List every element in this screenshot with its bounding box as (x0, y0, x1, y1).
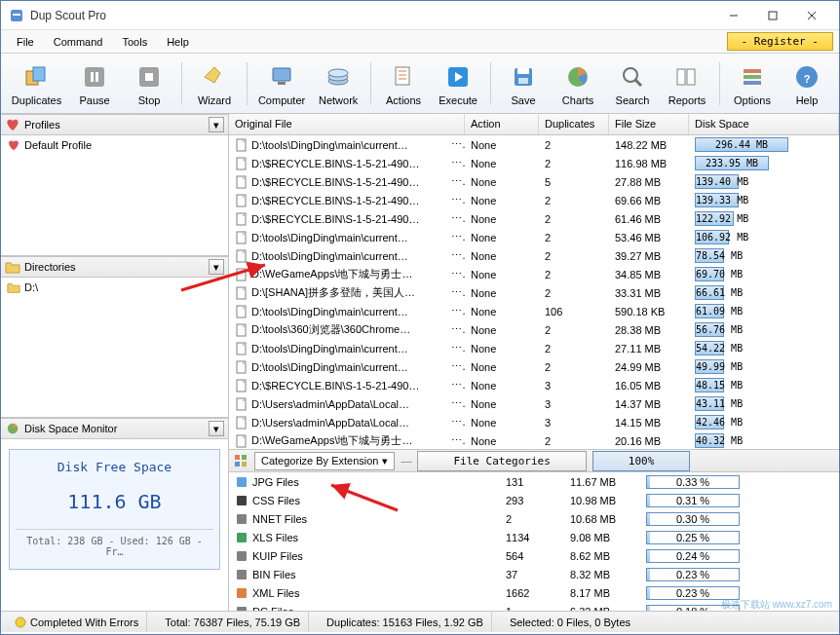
wizard-button[interactable]: Wizard (188, 56, 241, 111)
network-button[interactable]: Network (312, 56, 364, 111)
table-row[interactable]: D:\tools\DingDing\main\current…⋯None239.… (229, 246, 839, 265)
table-row[interactable]: D:\tools\DingDing\main\current…⋯None253.… (229, 228, 839, 246)
pause-button[interactable]: Pause (68, 56, 121, 111)
svg-point-13 (218, 67, 222, 71)
options-button[interactable]: Options (726, 56, 779, 111)
save-button[interactable]: Save (497, 56, 550, 111)
table-row[interactable]: D:\tools\360浏览器\360Chrome…⋯None228.38 MB… (229, 320, 839, 339)
maximize-button[interactable] (753, 1, 792, 30)
table-row[interactable]: D:\$RECYCLE.BIN\S-1-5-21-490…⋯None527.88… (229, 172, 839, 191)
category-row[interactable]: KUIP Files5648.62 MB0.24 % (229, 546, 839, 565)
filetype-icon (235, 586, 248, 600)
content-area: Profiles ▾ Default Profile Directories ▾… (1, 114, 839, 611)
table-row[interactable]: D:\$RECYCLE.BIN\S-1-5-21-490…⋯None261.46… (229, 209, 839, 228)
ellipsis-icon[interactable]: ⋯ (445, 229, 465, 245)
menu-help[interactable]: Help (157, 33, 199, 51)
category-row[interactable]: XLS Files11349.08 MB0.25 % (229, 528, 839, 546)
charts-button[interactable]: Charts (552, 56, 604, 111)
menu-tools[interactable]: Tools (112, 33, 157, 51)
ellipsis-icon[interactable]: ⋯ (445, 136, 465, 153)
svg-rect-63 (237, 551, 247, 561)
computer-button[interactable]: Computer (253, 56, 310, 111)
ellipsis-icon[interactable]: ⋯ (445, 173, 465, 190)
directory-item[interactable]: D:\ (1, 278, 228, 297)
diskmon-dropdown[interactable]: ▾ (209, 421, 224, 436)
space-bar: 48.15 MB (695, 378, 724, 392)
category-grid[interactable]: JPG Files13111.67 MB0.33 %CSS Files29310… (229, 472, 839, 611)
category-toolbar: Categorize By Extension ▾ — File Categor… (229, 449, 839, 472)
menu-file[interactable]: File (7, 33, 44, 51)
profile-item[interactable]: Default Profile (1, 135, 228, 155)
table-row[interactable]: D:\$RECYCLE.BIN\S-1-5-21-490…⋯None316.05… (229, 376, 839, 394)
table-row[interactable]: D:\WeGameApps\地下城与勇士…⋯None220.16 MB40.32… (229, 431, 839, 449)
close-button[interactable] (792, 1, 831, 30)
table-row[interactable]: D:\$RECYCLE.BIN\S-1-5-21-490…⋯None2116.9… (229, 154, 839, 172)
ellipsis-icon[interactable]: ⋯ (445, 321, 465, 338)
ellipsis-icon[interactable]: ⋯ (445, 155, 465, 171)
ellipsis-icon[interactable]: ⋯ (445, 247, 465, 264)
disk-monitor-header: Disk Space Monitor ▾ (1, 418, 228, 439)
stop-button[interactable]: Stop (123, 56, 175, 111)
file-categories-button[interactable]: File Categories (417, 451, 586, 471)
table-row[interactable]: D:\Users\admin\AppData\Local…⋯None314.15… (229, 413, 839, 431)
ellipsis-icon[interactable]: ⋯ (445, 284, 465, 301)
category-row[interactable]: JPG Files13111.67 MB0.33 % (229, 472, 839, 491)
register-button[interactable]: - Register - (727, 32, 833, 51)
category-row[interactable]: NNET Files210.68 MB0.30 % (229, 509, 839, 528)
svg-rect-60 (237, 496, 247, 505)
profiles-dropdown[interactable]: ▾ (209, 117, 224, 132)
space-bar: 42.46 MB (695, 415, 724, 430)
space-bar: 69.70 MB (695, 267, 724, 281)
directories-header: Directories ▾ (1, 256, 228, 278)
execute-button[interactable]: Execute (432, 56, 484, 111)
duplicates-button[interactable]: Duplicates (7, 56, 66, 111)
svg-rect-64 (237, 570, 247, 579)
col-action[interactable]: Action (465, 114, 539, 134)
actions-button[interactable]: Actions (377, 56, 430, 111)
categorize-dropdown[interactable]: Categorize By Extension ▾ (254, 452, 395, 470)
table-row[interactable]: D:\$RECYCLE.BIN\S-1-5-21-490…⋯None269.66… (229, 191, 839, 209)
ellipsis-icon[interactable]: ⋯ (445, 358, 465, 375)
table-row[interactable]: D:\Users\admin\AppData\Local…⋯None314.37… (229, 394, 839, 413)
directories-dropdown[interactable]: ▾ (209, 259, 224, 275)
ellipsis-icon[interactable]: ⋯ (445, 414, 465, 430)
help-button[interactable]: ?Help (781, 56, 833, 111)
percent-button[interactable]: 100% (592, 451, 691, 471)
pct-bar: 0.31 % (646, 494, 740, 507)
ellipsis-icon[interactable]: ⋯ (445, 303, 465, 319)
search-button[interactable]: Search (606, 56, 659, 111)
col-filesize[interactable]: File Size (609, 114, 689, 134)
table-row[interactable]: D:\tools\DingDing\main\current…⋯None2148… (229, 135, 839, 154)
table-row[interactable]: D:\tools\DingDing\main\current…⋯None224.… (229, 357, 839, 376)
category-row[interactable]: CSS Files29310.98 MB0.31 % (229, 491, 839, 509)
reports-button[interactable]: Reports (661, 56, 713, 111)
table-row[interactable]: D:\WeGameApps\地下城与勇士…⋯None234.85 MB69.70… (229, 265, 839, 283)
ellipsis-icon[interactable]: ⋯ (445, 377, 465, 393)
window-title: Dup Scout Pro (30, 9, 714, 22)
table-row[interactable]: D:\tools\DingDing\main\current…⋯None1065… (229, 302, 839, 320)
file-icon (235, 249, 248, 263)
table-row[interactable]: D:\tools\DingDing\main\current…⋯None227.… (229, 339, 839, 357)
minimize-button[interactable] (714, 1, 753, 30)
col-diskspace[interactable]: Disk Space (689, 114, 839, 134)
col-original-file[interactable]: Original File (229, 114, 465, 134)
ellipsis-icon[interactable]: ⋯ (445, 395, 465, 412)
category-row[interactable]: RC Files16.32 MB0.18 % (229, 602, 839, 611)
ellipsis-icon[interactable]: ⋯ (445, 432, 465, 449)
ellipsis-icon[interactable]: ⋯ (445, 340, 465, 356)
ellipsis-icon[interactable]: ⋯ (445, 266, 465, 282)
heart-icon (7, 138, 20, 152)
right-pane: Original File Action Duplicates File Siz… (229, 114, 839, 611)
ellipsis-icon[interactable]: ⋯ (445, 192, 465, 208)
menu-command[interactable]: Command (44, 33, 113, 51)
svg-rect-32 (744, 69, 761, 73)
table-row[interactable]: D:\[SHANA]拼多多登陆，美国人…⋯None233.31 MB66.61 … (229, 283, 839, 302)
category-row[interactable]: XML Files16628.17 MB0.23 % (229, 583, 839, 602)
col-duplicates[interactable]: Duplicates (539, 114, 609, 134)
file-grid[interactable]: D:\tools\DingDing\main\current…⋯None2148… (229, 135, 839, 449)
ellipsis-icon[interactable]: ⋯ (445, 210, 465, 227)
pct-bar: 0.18 % (646, 605, 740, 612)
filetype-icon (235, 475, 248, 489)
category-row[interactable]: BIN Files378.32 MB0.23 % (229, 565, 839, 583)
svg-line-29 (635, 80, 641, 86)
